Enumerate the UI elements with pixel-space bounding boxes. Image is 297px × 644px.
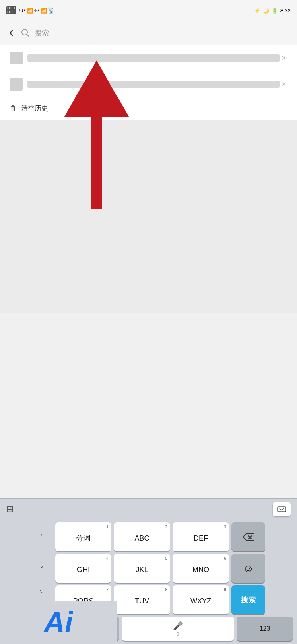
key-tuv[interactable]: 8 TUV	[114, 585, 170, 614]
svg-line-1	[27, 34, 29, 37]
search-key[interactable]: 搜索	[231, 585, 265, 614]
hd-badge: HD 1 HD 2	[6, 6, 16, 14]
key-ghi[interactable]: 4 GHI	[55, 554, 111, 583]
emoji-key[interactable]: ☺	[231, 554, 265, 583]
grid-icon[interactable]: ⊞	[6, 504, 14, 514]
keys-row2: 4 GHI 5 JKL 6 MNO	[55, 554, 229, 583]
battery-icon: 🔋	[272, 8, 278, 14]
key-def[interactable]: 3 DEF	[173, 522, 229, 551]
trash-icon: 🗑	[10, 104, 17, 113]
history-item-close[interactable]: ×	[280, 78, 287, 90]
key-fenei[interactable]: 1 分词	[55, 522, 111, 551]
backspace-key[interactable]	[231, 522, 265, 551]
main-keys-row1: 1 分词 2 ABC 3 DEF	[55, 522, 229, 551]
keys-row1: 1 分词 2 ABC 3 DEF	[55, 522, 229, 551]
bluetooth-icon: ⚡	[254, 8, 260, 14]
symbol-degree: °	[32, 554, 52, 583]
history-item-icon	[10, 78, 23, 91]
keyboard-toolbar: ⊞	[0, 498, 297, 519]
history-item[interactable]: ×	[0, 45, 297, 71]
num-key[interactable]: 123	[237, 617, 293, 641]
space-num: 0	[177, 632, 179, 636]
num-key-label: 123	[260, 625, 270, 632]
content-area	[0, 120, 297, 313]
history-item-text	[27, 80, 280, 88]
search-placeholder[interactable]: 搜索	[35, 28, 49, 38]
history-item[interactable]: ×	[0, 71, 297, 97]
signal-bars-1: 📶	[27, 8, 33, 14]
key-wxyz[interactable]: 9 WXYZ	[173, 585, 229, 614]
status-left: HD 1 HD 2 5G 📶 4G 📶 📡	[6, 6, 55, 14]
status-right: ⚡ 🌙 🔋 8:32	[254, 8, 291, 14]
back-button[interactable]	[6, 28, 16, 38]
ai-label: Ai	[44, 606, 73, 639]
signal-4g: 4G	[34, 8, 40, 13]
key-row-2: ° 4 GHI 5 JKL 6 MNO	[2, 554, 295, 583]
symbol-apostrophe: '	[32, 522, 52, 551]
time-display: 8:32	[280, 8, 291, 14]
keyboard-dismiss-button[interactable]	[273, 502, 291, 516]
main-keys-row2: 4 GHI 5 JKL 6 MNO	[55, 554, 229, 583]
key-row-1: ' 1 分词 2 ABC 3 DEF	[2, 522, 295, 551]
search-bar: 搜索	[0, 21, 297, 45]
clear-history-label: 清空历史	[21, 104, 48, 113]
history-panel: × × 🗑 清空历史	[0, 45, 297, 120]
ai-label-area: Ai	[0, 601, 117, 643]
clear-history-button[interactable]: 🗑 清空历史	[0, 97, 297, 120]
search-icon	[21, 29, 30, 37]
history-item-close[interactable]: ×	[280, 52, 287, 64]
symbol-question: ?	[32, 585, 52, 600]
symbol-col-1: '	[32, 522, 52, 551]
svg-rect-4	[278, 507, 286, 512]
mic-icon: 🎤	[173, 621, 183, 631]
wifi-icon: 📡	[48, 7, 55, 14]
key-abc[interactable]: 2 ABC	[114, 522, 170, 551]
history-item-icon	[10, 52, 23, 64]
key-jkl[interactable]: 5 JKL	[114, 554, 170, 583]
toolbar-left: ⊞	[6, 504, 14, 514]
key-mno[interactable]: 6 MNO	[173, 554, 229, 583]
symbol-col-2: °	[32, 554, 52, 583]
moon-icon: 🌙	[263, 8, 269, 14]
space-key[interactable]: 🎤 0	[122, 617, 234, 641]
history-item-text	[27, 54, 280, 62]
status-bar: HD 1 HD 2 5G 📶 4G 📶 📡 ⚡ 🌙 🔋 8:32	[0, 0, 297, 21]
signal-5g: 5G	[19, 8, 26, 14]
signal-bars-2: 📶	[41, 8, 47, 14]
